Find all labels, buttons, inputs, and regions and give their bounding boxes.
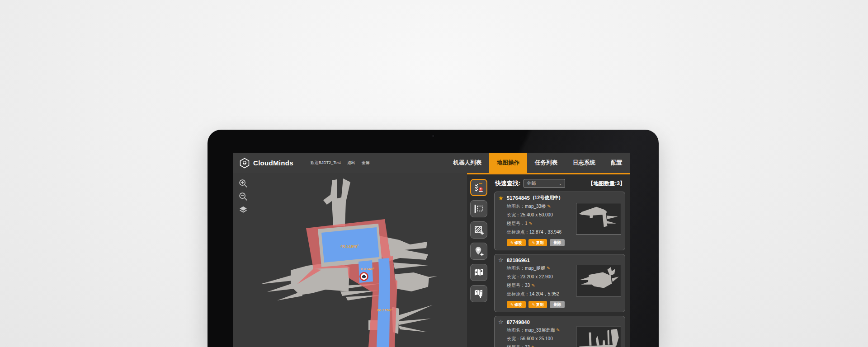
pencil-icon: ✎ (532, 303, 535, 307)
card-fields: 地图名：map_33楼✎ 长宽：25.400 x 50.000 楼层号：1✎ 坐… (498, 201, 576, 235)
area-small-2[interactable] (378, 258, 390, 281)
card-actions: ✎修改 ✎复制 删除 (498, 239, 621, 246)
nav-map-operations[interactable]: 地图操作 (489, 153, 527, 173)
edit-map-button[interactable]: ✎修改 (507, 239, 526, 246)
chevron-down-icon: ⌄ (559, 182, 562, 186)
field-label: 长宽： (507, 274, 520, 279)
layers-icon[interactable] (238, 205, 248, 215)
nav-settings[interactable]: 配置 (603, 153, 630, 173)
filter-select[interactable]: 全部 ⌄ (524, 179, 565, 188)
map-zoom-controls (238, 178, 248, 215)
virtual-wall-add-icon[interactable] (470, 221, 487, 239)
cloudminds-logo-icon (239, 158, 250, 169)
edit-pencil-icon[interactable]: ✎ (531, 345, 535, 347)
zoom-out-icon[interactable] (238, 192, 248, 202)
area-label-small: 8.614m² (361, 267, 374, 271)
favorite-star-icon[interactable]: ☆ (498, 257, 504, 263)
brand: CloudMinds (239, 153, 293, 173)
laptop-mockup: CloudMinds 欢迎BJDT2_Test 退出 全屏 机器人列表 地图操作… (208, 130, 659, 347)
copy-map-button[interactable]: ✎复制 (528, 301, 547, 308)
field-label: 地图名： (507, 204, 525, 209)
map-count-badge: 【地图数量:3】 (588, 180, 625, 188)
field-value: map_33楼 (525, 204, 546, 209)
map-id: 82186961 (507, 258, 530, 263)
pencil-icon: ✎ (532, 241, 535, 245)
edit-pencil-icon[interactable]: ✎ (547, 204, 551, 209)
top-navbar: CloudMinds 欢迎BJDT2_Test 退出 全屏 机器人列表 地图操作… (233, 153, 630, 173)
edit-pencil-icon[interactable]: ✎ (529, 221, 533, 226)
field-value: 23.200 x 22.900 (520, 274, 553, 279)
webcam-dot (432, 135, 434, 137)
pencil-icon: ✎ (510, 303, 514, 307)
map-in-use-badge: (12号使用中) (533, 195, 561, 201)
field-label: 地图名： (507, 266, 525, 271)
point-add-icon[interactable] (470, 243, 487, 260)
field-label: 长宽： (507, 336, 520, 341)
field-label: 坐标原点： (507, 230, 529, 234)
favorite-star-icon[interactable]: ☆ (498, 319, 504, 325)
map-thumbnail[interactable] (576, 327, 621, 347)
app-window: CloudMinds 欢迎BJDT2_Test 退出 全屏 机器人列表 地图操作… (233, 153, 630, 347)
nav-log-system[interactable]: 日志系统 (565, 153, 603, 173)
session-info: 欢迎BJDT2_Test 退出 全屏 (311, 153, 370, 173)
card-fields: 地图名：map_33层走廊✎ 长宽：56.600 x 25.100 楼层号：33… (498, 325, 576, 347)
map-viewport: 40.519m² 8.614m² 80.215m² (233, 173, 467, 347)
logout-link[interactable]: 退出 (347, 160, 355, 166)
measure-area-icon[interactable] (470, 200, 487, 217)
edit-pencil-icon[interactable]: ✎ (547, 266, 550, 271)
field-label: 楼层号： (507, 221, 525, 226)
edit-map-button[interactable]: ✎修改 (507, 301, 526, 308)
panel-header: 快速查找: 全部 ⌄ 【地图数量:3】 (495, 179, 625, 188)
content-area: 40.519m² 8.614m² 80.215m² (233, 173, 630, 347)
card-fields: 地图名：map_腿腿✎ 长宽：23.200 x 22.900 楼层号：33✎ 坐… (498, 263, 576, 297)
edit-pencil-icon[interactable]: ✎ (556, 328, 560, 333)
nav-task-list[interactable]: 任务列表 (527, 153, 565, 173)
zoom-in-icon[interactable] (238, 178, 248, 188)
map-upload-icon[interactable] (470, 285, 487, 302)
filter-value: 全部 (527, 180, 536, 187)
map-id: 51764845 (507, 195, 530, 201)
edit-pencil-icon[interactable]: ✎ (531, 283, 535, 288)
map-card[interactable]: ☆ 82186961 地图名：map_腿腿✎ 长宽：23.200 x 22.90… (494, 254, 625, 312)
delete-map-button[interactable]: 删除 (550, 301, 565, 308)
map-card[interactable]: ☆ 87749840 地图名：map_33层走廊✎ 长宽：56.600 x 25… (494, 316, 625, 347)
map-thumbnail[interactable] (576, 265, 621, 296)
pencil-icon: ✎ (510, 241, 514, 245)
field-value: map_33层走廊 (525, 328, 555, 333)
task-map-icon[interactable] (470, 179, 487, 196)
map-thumbnail[interactable] (576, 203, 621, 234)
field-value: 14.204，5.952 (529, 291, 559, 296)
robot-marker[interactable] (360, 273, 368, 281)
field-value: 33 (525, 283, 530, 288)
field-value: 56.600 x 25.100 (520, 336, 553, 341)
delete-map-button[interactable]: 删除 (550, 239, 565, 246)
field-value: 1 (525, 221, 528, 226)
card-actions: ✎修改 ✎复制 删除 (498, 301, 621, 308)
map-canvas[interactable]: 40.519m² 8.614m² 80.215m² (233, 173, 467, 347)
welcome-text: 欢迎BJDT2_Test (311, 160, 341, 166)
field-value: 12.874，33.946 (529, 230, 561, 234)
map-list-panel: 快速查找: 全部 ⌄ 【地图数量:3】 ★ 51764845 (12号使用中) (491, 173, 630, 347)
map-route-icon[interactable] (470, 264, 487, 281)
brand-name: CloudMinds (253, 159, 293, 167)
main-nav: 机器人列表 地图操作 任务列表 日志系统 配置 (446, 153, 630, 173)
favorite-star-icon[interactable]: ★ (498, 195, 504, 201)
field-label: 楼层号： (507, 345, 525, 347)
area-label-corridor: 80.215m² (377, 308, 393, 312)
field-label: 长宽： (507, 212, 520, 217)
area-label-large: 40.519m² (340, 244, 359, 249)
field-label: 地图名： (507, 328, 525, 333)
field-value: 33 (525, 345, 530, 347)
field-label: 楼层号： (507, 283, 525, 288)
map-id: 87749840 (507, 319, 530, 325)
copy-map-button[interactable]: ✎复制 (528, 239, 547, 246)
card-title-row: ☆ 87749840 (498, 319, 621, 325)
nav-robot-list[interactable]: 机器人列表 (446, 153, 490, 173)
map-card[interactable]: ★ 51764845 (12号使用中) 地图名：map_33楼✎ 长宽：25.4… (494, 192, 625, 250)
field-value: 25.400 x 50.000 (520, 212, 553, 217)
fullscreen-link[interactable]: 全屏 (362, 160, 370, 166)
card-title-row: ☆ 82186961 (498, 257, 621, 263)
quick-find-label: 快速查找: (495, 179, 520, 188)
map-tool-strip (467, 173, 491, 347)
card-title-row: ★ 51764845 (12号使用中) (498, 195, 621, 201)
